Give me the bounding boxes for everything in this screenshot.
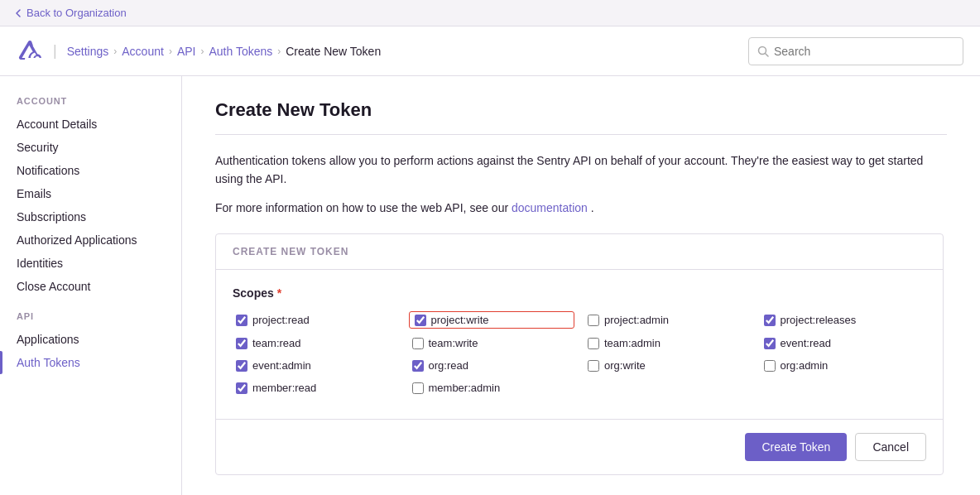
scope-item-project:releases[interactable]: project:releases xyxy=(761,311,927,329)
cancel-button[interactable]: Cancel xyxy=(855,433,926,461)
scope-item-member:admin[interactable]: member:admin xyxy=(409,380,575,396)
scope-item-event:read[interactable]: event:read xyxy=(761,335,927,351)
scope-checkbox-org:admin[interactable] xyxy=(764,360,776,372)
scope-checkbox-project:write[interactable] xyxy=(415,315,426,326)
scope-label-project:admin: project:admin xyxy=(604,314,669,326)
scopes-grid: project:readproject:writeproject:adminpr… xyxy=(233,311,926,396)
chevron-left-icon xyxy=(13,8,23,18)
sentry-logo xyxy=(17,38,43,65)
search-box xyxy=(748,37,963,65)
scope-label-member:admin: member:admin xyxy=(429,382,501,394)
scope-item-team:read[interactable]: team:read xyxy=(233,335,399,351)
scope-item-org:write[interactable]: org:write xyxy=(584,358,751,373)
scope-checkbox-project:releases[interactable] xyxy=(764,315,776,326)
scope-item-project:admin[interactable]: project:admin xyxy=(584,311,751,329)
sidebar-api-label: API xyxy=(0,311,181,328)
sidebar-account-label: Account xyxy=(0,96,181,113)
description-2: For more information on how to use the w… xyxy=(215,199,927,217)
card-body: Scopes * project:readproject:writeprojec… xyxy=(216,270,943,412)
title-divider xyxy=(215,134,947,135)
scope-item-org:admin[interactable]: org:admin xyxy=(761,358,927,373)
scope-item-event:admin[interactable]: event:admin xyxy=(233,358,399,373)
layout: Account Account Details Security Notific… xyxy=(0,76,980,495)
breadcrumb-settings[interactable]: Settings xyxy=(67,45,109,58)
scope-checkbox-org:read[interactable] xyxy=(412,360,424,372)
scope-item-team:admin[interactable]: team:admin xyxy=(584,335,751,351)
scope-item-project:write[interactable]: project:write xyxy=(409,311,575,329)
scope-checkbox-team:write[interactable] xyxy=(412,338,424,349)
breadcrumb-sep-3: › xyxy=(200,46,204,57)
card-footer: Create Token Cancel xyxy=(216,419,943,474)
search-input[interactable] xyxy=(774,45,954,58)
scope-label-team:read: team:read xyxy=(252,337,301,349)
breadcrumb-sep-4: › xyxy=(277,46,281,57)
card-header: CREATE NEW TOKEN xyxy=(216,234,943,270)
header-left: | Settings › Account › API › Auth Tokens… xyxy=(17,38,381,65)
scope-label-project:releases: project:releases xyxy=(781,314,857,326)
breadcrumb: Settings › Account › API › Auth Tokens ›… xyxy=(67,45,381,58)
scope-checkbox-event:admin[interactable] xyxy=(236,360,247,372)
scope-checkbox-team:admin[interactable] xyxy=(588,338,599,349)
header-divider: | xyxy=(53,42,57,60)
scope-label-team:write: team:write xyxy=(429,337,478,349)
create-token-button[interactable]: Create Token xyxy=(745,433,847,461)
page-title: Create New Token xyxy=(215,99,947,121)
scopes-label: Scopes * xyxy=(233,286,926,300)
scope-item-org:read[interactable]: org:read xyxy=(409,358,575,373)
scope-checkbox-member:admin[interactable] xyxy=(412,382,424,394)
sidebar-item-subscriptions[interactable]: Subscriptions xyxy=(0,205,181,228)
top-bar: Back to Organization xyxy=(0,0,980,26)
description-1: Authentication tokens allow you to perfo… xyxy=(215,151,927,189)
breadcrumb-current: Create New Token xyxy=(286,45,381,58)
sidebar: Account Account Details Security Notific… xyxy=(0,76,182,495)
scope-label-org:write: org:write xyxy=(604,359,646,372)
scope-item-team:write[interactable]: team:write xyxy=(409,335,575,351)
create-token-card: CREATE NEW TOKEN Scopes * project:readpr… xyxy=(215,233,944,475)
scope-item-project:read[interactable]: project:read xyxy=(233,311,399,329)
sidebar-item-authorized-applications[interactable]: Authorized Applications xyxy=(0,228,181,252)
breadcrumb-account[interactable]: Account xyxy=(122,45,164,58)
scope-checkbox-project:admin[interactable] xyxy=(588,315,599,326)
sidebar-item-close-account[interactable]: Close Account xyxy=(0,275,181,298)
scope-checkbox-event:read[interactable] xyxy=(764,338,776,349)
breadcrumb-auth-tokens[interactable]: Auth Tokens xyxy=(209,45,272,58)
scope-label-team:admin: team:admin xyxy=(604,337,661,349)
required-indicator: * xyxy=(277,286,281,300)
breadcrumb-sep-1: › xyxy=(113,46,117,57)
sidebar-item-account-details[interactable]: Account Details xyxy=(0,113,181,136)
documentation-link[interactable]: documentation xyxy=(512,201,588,214)
sidebar-item-auth-tokens[interactable]: Auth Tokens xyxy=(0,351,181,374)
main-content: Create New Token Authentication tokens a… xyxy=(182,76,980,495)
scope-checkbox-team:read[interactable] xyxy=(236,338,247,349)
sidebar-item-emails[interactable]: Emails xyxy=(0,182,181,205)
sidebar-item-applications[interactable]: Applications xyxy=(0,328,181,351)
scope-checkbox-member:read[interactable] xyxy=(236,382,247,394)
breadcrumb-api[interactable]: API xyxy=(177,45,196,58)
scope-label-member:read: member:read xyxy=(252,382,316,394)
sidebar-item-security[interactable]: Security xyxy=(0,136,181,159)
back-to-org-link[interactable]: Back to Organization xyxy=(13,7,127,19)
scope-checkbox-org:write[interactable] xyxy=(588,360,599,372)
svg-line-1 xyxy=(766,53,769,56)
scope-label-event:read: event:read xyxy=(781,337,831,349)
scope-checkbox-project:read[interactable] xyxy=(236,315,247,326)
scope-item-member:read[interactable]: member:read xyxy=(233,380,399,396)
scope-label-org:admin: org:admin xyxy=(781,359,829,372)
breadcrumb-sep-2: › xyxy=(169,46,172,57)
page-header: | Settings › Account › API › Auth Tokens… xyxy=(0,26,980,76)
scope-label-project:read: project:read xyxy=(252,314,310,326)
sidebar-item-identities[interactable]: Identities xyxy=(0,252,181,275)
scope-label-event:admin: event:admin xyxy=(252,359,311,372)
back-label: Back to Organization xyxy=(26,7,127,19)
sidebar-item-notifications[interactable]: Notifications xyxy=(0,159,181,182)
scope-label-org:read: org:read xyxy=(429,359,468,372)
search-icon xyxy=(757,46,769,57)
scope-label-project:write: project:write xyxy=(431,314,489,326)
